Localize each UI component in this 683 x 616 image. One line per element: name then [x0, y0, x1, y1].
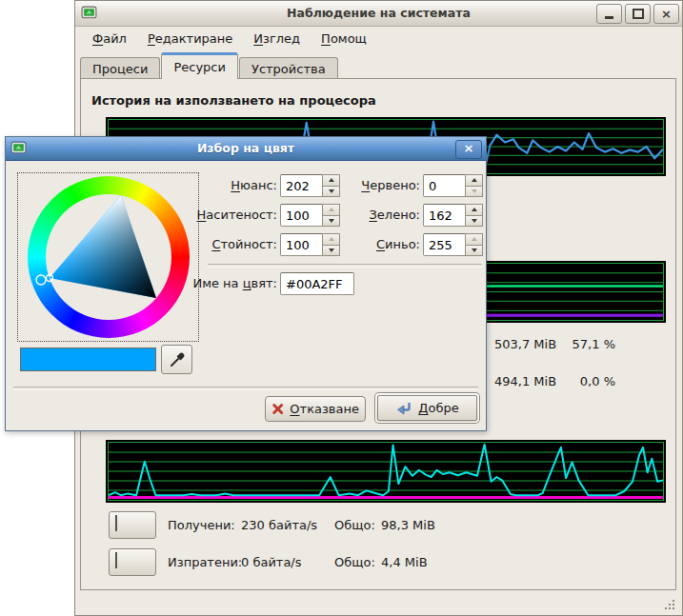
arrow-up-icon [472, 208, 477, 211]
red-spin-down[interactable] [466, 187, 483, 198]
red-label: Червено: [311, 178, 420, 192]
sat-val-triangle[interactable] [18, 173, 198, 341]
close-button[interactable]: × [653, 4, 679, 24]
sent-color-swatch [115, 552, 117, 568]
received-total: 98,3 MiB [381, 518, 435, 532]
close-icon: × [661, 8, 672, 20]
arrow-down-icon [472, 248, 477, 252]
tab-devices[interactable]: Устройства [239, 57, 338, 79]
sent-total: 4,4 MiB [381, 555, 428, 569]
menu-file[interactable]: Файл [83, 29, 136, 49]
enter-arrow-icon [395, 401, 412, 416]
received-color-swatch [115, 515, 117, 531]
red-input[interactable] [423, 174, 466, 197]
color-name-label: Име на цвят: [91, 276, 277, 290]
red-spin-up[interactable] [466, 174, 483, 187]
arrow-up-icon [472, 178, 477, 182]
main-titlebar[interactable]: Наблюдение на системата × [75, 1, 682, 27]
blue-spin-down[interactable] [466, 246, 483, 257]
sent-rate: 0 байта/s [241, 555, 302, 569]
green-spin-down[interactable] [466, 216, 483, 228]
cancel-button[interactable]: Отказване [265, 396, 366, 422]
sent-color-button[interactable] [109, 548, 156, 576]
maximize-icon [633, 9, 644, 19]
eyedropper-icon [169, 351, 186, 368]
ok-button[interactable]: Добре [375, 393, 479, 423]
tab-resources[interactable]: Ресурси [161, 52, 238, 79]
sent-label: Изпратени: [168, 555, 242, 569]
menu-view[interactable]: Изглед [244, 29, 310, 49]
menu-help[interactable]: Помощ [311, 29, 376, 49]
separator [208, 264, 482, 268]
memory-used-percent: 57,1 % [523, 337, 615, 351]
network-history-chart [106, 440, 666, 503]
blue-input[interactable] [423, 233, 466, 256]
swap-used-percent: 0,0 % [523, 374, 615, 388]
green-label: Зелено: [311, 208, 420, 222]
statusbar [75, 592, 682, 615]
cpu-history-title: История на използването на процесора [91, 93, 376, 108]
menubar: Файл Редактиране Изглед Помощ [75, 27, 682, 50]
minimize-icon [605, 16, 613, 19]
green-input[interactable] [423, 204, 466, 227]
blue-spin-up[interactable] [466, 233, 483, 246]
arrow-down-icon [472, 219, 477, 223]
color-wheel[interactable] [17, 172, 199, 342]
received-label: Получени: [168, 518, 235, 532]
color-picker-dialog: Избор на цвят × [5, 136, 487, 431]
green-spin-up[interactable] [466, 204, 483, 216]
close-icon: × [464, 141, 474, 155]
hue-label: Нюанс: [91, 178, 277, 192]
dialog-title: Избор на цвят [6, 141, 486, 155]
arrow-up-icon [472, 237, 477, 241]
dialog-close-button[interactable]: × [455, 140, 482, 159]
maximize-button[interactable] [625, 4, 651, 24]
window-title: Наблюдение на системата [75, 6, 682, 20]
sent-total-label: Общо: [334, 555, 375, 569]
minimize-button[interactable] [596, 4, 622, 24]
received-rate: 230 байта/s [241, 518, 317, 532]
received-total-label: Общо: [334, 518, 375, 532]
cancel-x-icon [271, 402, 284, 416]
separator [13, 387, 478, 390]
saturation-label: Наситеност: [91, 208, 277, 222]
blue-label: Синьо: [311, 237, 420, 251]
tab-processes[interactable]: Процеси [80, 57, 160, 79]
arrow-down-icon [472, 189, 477, 193]
resize-grip[interactable] [664, 599, 676, 611]
dialog-titlebar[interactable]: Избор на цвят × [6, 137, 486, 161]
value-label: Стойност: [91, 237, 277, 251]
notebook-tabs: Процеси Ресурси Устройства [80, 52, 675, 79]
eyedropper-button[interactable] [161, 345, 192, 374]
received-color-button[interactable] [109, 511, 156, 539]
color-name-input[interactable] [280, 272, 354, 295]
selected-color-preview [20, 348, 156, 371]
menu-edit[interactable]: Редактиране [138, 29, 242, 49]
